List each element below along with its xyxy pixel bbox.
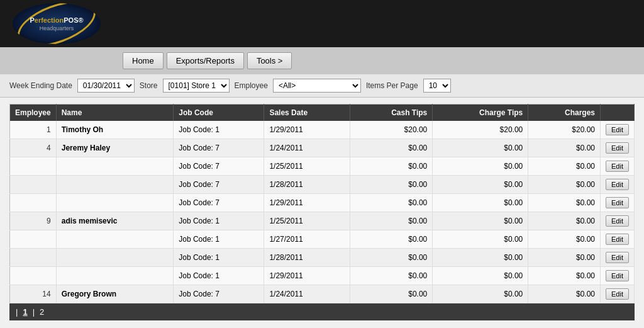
logo: PerfectionPOS® Headquarters [13,3,101,44]
col-name: Name [56,105,174,122]
charge-tips-cell: $0.00 [433,230,528,249]
edit-button[interactable]: Edit [606,179,629,190]
col-action [601,105,635,122]
page-1-link[interactable]: 1 [21,307,29,317]
job-code-cell: Job Code: 7 [174,139,264,157]
charges-cell: $0.00 [528,194,601,212]
week-ending-select[interactable]: 01/30/2011 [77,79,135,93]
data-table: Employee Name Job Code Sales Date Cash T… [9,104,635,303]
charge-tips-cell: $20.00 [433,121,528,139]
charge-tips-cell: $0.00 [433,249,528,267]
edit-button[interactable]: Edit [606,234,629,245]
sales-date-cell: 1/29/2011 [264,267,350,285]
col-employee: Employee [10,105,57,122]
charge-tips-cell: $0.00 [433,176,528,194]
cash-tips-cell: $0.00 [350,139,433,157]
charge-tips-cell: $0.00 [433,157,528,176]
emp-num-cell: 9 [10,212,57,230]
emp-num-cell [10,194,57,212]
emp-name-cell: Jeremy Haley [56,139,174,157]
employee-select[interactable]: <All> [273,79,361,93]
items-per-page-select[interactable]: 10 [423,79,451,93]
page-2-link[interactable]: 2 [38,307,46,317]
sales-date-cell: 1/24/2011 [264,139,350,157]
cash-tips-cell: $0.00 [350,285,433,303]
emp-num-cell: 14 [10,285,57,303]
items-per-page-label: Items Per Page [366,81,418,90]
cash-tips-cell: $0.00 [350,212,433,230]
emp-num-cell [10,249,57,267]
job-code-cell: Job Code: 7 [174,176,264,194]
cash-tips-cell: $0.00 [350,230,433,249]
sales-date-cell: 1/27/2011 [264,230,350,249]
charges-cell: $20.00 [528,121,601,139]
table-row: Job Code: 7 1/29/2011 $0.00 $0.00 $0.00 … [10,194,635,212]
emp-name-cell [56,194,174,212]
action-cell: Edit [601,267,635,285]
cash-tips-cell: $0.00 [350,267,433,285]
edit-button[interactable]: Edit [606,142,629,154]
edit-button[interactable]: Edit [606,215,629,227]
edit-button[interactable]: Edit [606,270,629,281]
edit-button[interactable]: Edit [606,197,629,208]
tools-button[interactable]: Tools > [247,52,292,69]
emp-num-cell: 4 [10,139,57,157]
job-code-cell: Job Code: 7 [174,285,264,303]
emp-num-cell [10,176,57,194]
emp-name-cell [56,230,174,249]
action-cell: Edit [601,249,635,267]
action-cell: Edit [601,176,635,194]
emp-num-cell: 1 [10,121,57,139]
week-ending-label: Week Ending Date [9,81,72,90]
sales-date-cell: 1/29/2011 [264,121,350,139]
emp-name-cell: adis memisevic [56,212,174,230]
charge-tips-cell: $0.00 [433,194,528,212]
col-charges: Charges [528,105,601,122]
filter-bar: Week Ending Date 01/30/2011 Store [0101]… [0,74,644,98]
col-cash-tips: Cash Tips [350,105,433,122]
action-cell: Edit [601,157,635,176]
job-code-cell: Job Code: 1 [174,267,264,285]
home-button[interactable]: Home [123,52,164,69]
edit-button[interactable]: Edit [606,161,629,172]
emp-name-cell [56,157,174,176]
table-row: Job Code: 1 1/27/2011 $0.00 $0.00 $0.00 … [10,230,635,249]
edit-button[interactable]: Edit [606,288,629,300]
store-label: Store [140,81,158,90]
job-code-cell: Job Code: 1 [174,121,264,139]
col-charge-tips: Charge Tips [433,105,528,122]
edit-button[interactable]: Edit [606,124,629,135]
sales-date-cell: 1/24/2011 [264,285,350,303]
charge-tips-cell: $0.00 [433,212,528,230]
store-select[interactable]: [0101] Store 1 [163,79,230,93]
charge-tips-cell: $0.00 [433,139,528,157]
action-cell: Edit [601,285,635,303]
edit-button[interactable]: Edit [606,252,629,263]
employee-label: Employee [235,81,268,90]
emp-name-cell: Gregory Brown [56,285,174,303]
charges-cell: $0.00 [528,212,601,230]
table-row: Job Code: 1 1/29/2011 $0.00 $0.00 $0.00 … [10,267,635,285]
sales-date-cell: 1/29/2011 [264,194,350,212]
emp-num-cell [10,157,57,176]
job-code-cell: Job Code: 7 [174,194,264,212]
action-cell: Edit [601,121,635,139]
sales-date-cell: 1/28/2011 [264,249,350,267]
charge-tips-cell: $0.00 [433,285,528,303]
main-content: Employee Name Job Code Sales Date Cash T… [0,98,644,328]
exports-reports-button[interactable]: Exports/Reports [167,52,244,69]
emp-name-cell [56,249,174,267]
app-name: PerfectionPOS® [30,16,83,25]
sales-date-cell: 1/25/2011 [264,212,350,230]
charge-tips-cell: $0.00 [433,267,528,285]
nav-bar: Home Exports/Reports Tools > [0,47,644,74]
emp-num-cell [10,267,57,285]
job-code-cell: Job Code: 1 [174,212,264,230]
cash-tips-cell: $0.00 [350,157,433,176]
app-subtitle: Headquarters [40,25,74,31]
charges-cell: $0.00 [528,176,601,194]
cash-tips-cell: $0.00 [350,176,433,194]
cash-tips-cell: $0.00 [350,194,433,212]
charges-cell: $0.00 [528,249,601,267]
col-sales-date: Sales Date [264,105,350,122]
